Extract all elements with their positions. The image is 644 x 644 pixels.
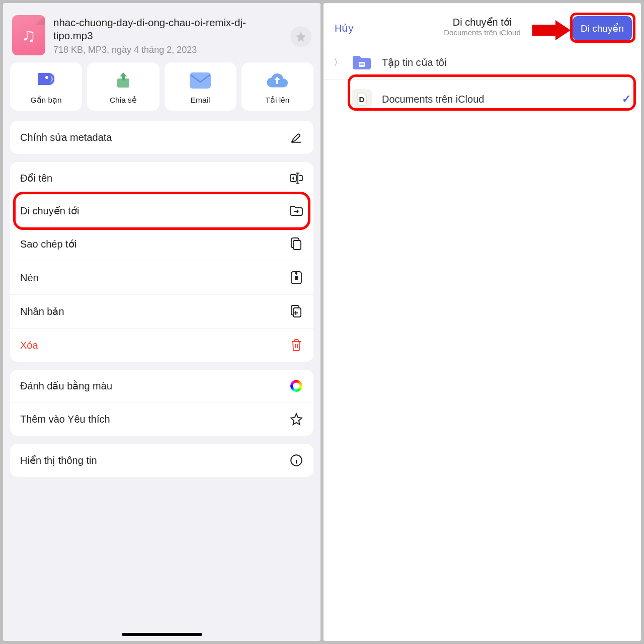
menu-label: Thêm vào Yêu thích (20, 414, 110, 425)
folder-label: Documents trên iCloud (382, 94, 484, 105)
action-label: Gần bạn (31, 96, 62, 105)
menu-label: Xóa (20, 340, 38, 351)
home-indicator (122, 633, 202, 636)
copy-to-item[interactable]: Sao chép tới (10, 227, 313, 261)
menu-label: Nén (20, 272, 39, 284)
folder-arrow-icon (289, 205, 303, 217)
cloud-upload-icon (266, 70, 288, 91)
svg-rect-1 (190, 72, 211, 89)
file-meta: 718 KB, MP3, ngày 4 tháng 2, 2023 (53, 45, 282, 55)
menu-label: Đánh dấu bằng màu (20, 380, 112, 392)
app-folder-icon: D (352, 89, 372, 109)
svg-rect-10 (360, 64, 364, 65)
action-label: Chia sẻ (110, 96, 137, 105)
file-header: ♫ nhac-chuong-day-di-ong-chau-oi-remix-d… (3, 3, 320, 62)
add-favorite-item[interactable]: Thêm vào Yêu thích (10, 403, 313, 436)
svg-text:D: D (359, 95, 365, 104)
svg-rect-9 (360, 63, 364, 63)
svg-rect-3 (293, 240, 301, 250)
color-wheel-icon (289, 380, 303, 392)
menu-group-4: Hiển thị thông tin (10, 444, 313, 477)
file-type-icon: ♫ (12, 15, 45, 55)
menu-group-1: Chỉnh sửa metadata (10, 121, 313, 154)
menu-group-2: Đổi tên Di chuyển tới Sao chép tới Nén N… (10, 162, 313, 362)
show-info-item[interactable]: Hiển thị thông tin (10, 444, 313, 477)
menu-group-3: Đánh dấu bằng màu Thêm vào Yêu thích (10, 370, 313, 436)
action-label: Email (191, 96, 210, 105)
menu-label: Hiển thị thông tin (20, 454, 97, 466)
quick-actions-row: Gần bạn Chia sẻ Email Tải lên (3, 62, 320, 117)
email-action[interactable]: Email (165, 62, 236, 111)
action-label: Tải lên (265, 96, 289, 105)
file-actions-sheet: ♫ nhac-chuong-day-di-ong-chau-oi-remix-d… (3, 3, 320, 641)
music-note-icon: ♫ (22, 25, 36, 46)
menu-label: Nhân bản (20, 305, 64, 317)
color-tag-item[interactable]: Đánh dấu bằng màu (10, 370, 313, 403)
folder-my-files[interactable]: 〉 Tập tin của tôi (324, 45, 641, 80)
svg-point-5 (296, 278, 297, 279)
move-button[interactable]: Di chuyển (573, 16, 632, 41)
delete-item[interactable]: Xóa (10, 329, 313, 362)
copy-icon (289, 237, 303, 251)
menu-label: Sao chép tới (20, 238, 76, 250)
rename-icon (289, 173, 303, 184)
chevron-right-icon: 〉 (334, 56, 342, 68)
move-to-item[interactable]: Di chuyển tới (10, 195, 313, 227)
folder-icon (352, 54, 372, 70)
nearby-icon (35, 70, 57, 91)
email-icon (189, 70, 211, 91)
duplicate-icon (289, 305, 303, 318)
menu-label: Chỉnh sửa metadata (20, 131, 112, 143)
info-icon (289, 454, 303, 467)
nearby-action[interactable]: Gần bạn (10, 62, 82, 111)
menu-label: Di chuyển tới (20, 205, 79, 217)
edit-metadata-item[interactable]: Chỉnh sửa metadata (10, 121, 313, 154)
upload-action[interactable]: Tải lên (242, 62, 313, 111)
trash-icon (289, 339, 303, 352)
zip-icon (289, 271, 303, 284)
favorite-star-button[interactable] (290, 26, 311, 47)
folder-icloud-documents[interactable]: D Documents trên iCloud ✓ (324, 80, 641, 118)
compress-item[interactable]: Nén (10, 261, 313, 295)
share-icon (112, 70, 134, 91)
file-info: nhac-chuong-day-di-ong-chau-oi-remix-dj-… (53, 15, 282, 55)
checkmark-icon: ✓ (622, 93, 631, 106)
edit-icon (289, 131, 303, 144)
rename-item[interactable]: Đổi tên (10, 162, 313, 195)
duplicate-item[interactable]: Nhân bản (10, 295, 313, 329)
folder-label: Tập tin của tôi (382, 56, 446, 68)
file-name: nhac-chuong-day-di-ong-chau-oi-remix-dj-… (53, 16, 282, 42)
cancel-button[interactable]: Hủy (335, 22, 353, 34)
share-action[interactable]: Chia sẻ (87, 62, 159, 111)
menu-label: Đổi tên (20, 172, 52, 184)
svg-rect-6 (293, 308, 301, 317)
star-outline-icon (289, 413, 303, 426)
nav-header: Hủy Di chuyển tới Documents trên iCloud … (324, 3, 641, 45)
move-destination-sheet: Hủy Di chuyển tới Documents trên iCloud … (324, 3, 641, 641)
